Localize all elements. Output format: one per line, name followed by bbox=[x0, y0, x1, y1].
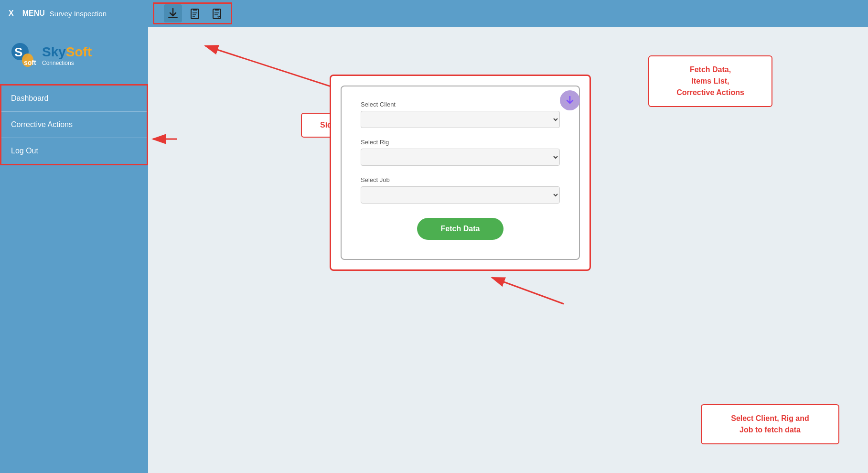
main-area: S soft SkySoft Connections Dashboard Cor… bbox=[0, 27, 868, 473]
logo-skysoft: SkySoft bbox=[42, 44, 92, 60]
select-client-label: Select Client bbox=[361, 101, 560, 108]
select-job-group: Select Job bbox=[361, 176, 560, 204]
navbar: X MENU Survey Inspection bbox=[0, 0, 868, 27]
select-client-group: Select Client bbox=[361, 101, 560, 128]
logo-area: S soft SkySoft Connections bbox=[0, 36, 148, 79]
form-inner: Select Client Select Rig Select Job bbox=[341, 86, 580, 260]
svg-line-17 bbox=[492, 278, 564, 304]
fetch-data-callout: Fetch Data, Items List, Corrective Actio… bbox=[648, 55, 772, 107]
sidebar-menu: Dashboard Corrective Actions Log Out bbox=[0, 84, 148, 165]
svg-text:soft: soft bbox=[24, 59, 36, 66]
sidebar-item-logout[interactable]: Log Out bbox=[1, 138, 147, 164]
logo-connections: Connections bbox=[42, 60, 92, 66]
select-client-callout: Select Client, Rig and Job to fetch data bbox=[701, 404, 839, 444]
fetch-data-button[interactable]: Fetch Data bbox=[417, 218, 504, 240]
fetch-btn-wrap: Fetch Data bbox=[361, 218, 560, 240]
survey-inspection-label: Survey Inspection bbox=[50, 10, 107, 18]
form-panel: Select Client Select Rig Select Job bbox=[330, 75, 591, 271]
menu-label: MENU bbox=[22, 9, 45, 18]
svg-text:S: S bbox=[14, 45, 22, 59]
skysoft-logo: S soft bbox=[10, 41, 38, 70]
items-list-toolbar-button[interactable] bbox=[186, 4, 204, 22]
sidebar: S soft SkySoft Connections Dashboard Cor… bbox=[0, 27, 148, 473]
sidebar-item-dashboard[interactable]: Dashboard bbox=[1, 86, 147, 112]
select-client-callout-text: Select Client, Rig and Job to fetch data bbox=[731, 414, 809, 434]
select-rig-dropdown[interactable] bbox=[361, 149, 560, 166]
toolbar-icons bbox=[153, 2, 232, 24]
fetch-data-toolbar-button[interactable] bbox=[164, 4, 182, 22]
navbar-left: X MENU Survey Inspection bbox=[0, 0, 148, 27]
download-purple-button[interactable] bbox=[560, 90, 580, 110]
select-rig-label: Select Rig bbox=[361, 139, 560, 146]
svg-rect-0 bbox=[168, 17, 178, 18]
sidebar-item-corrective-actions[interactable]: Corrective Actions bbox=[1, 112, 147, 138]
logo-text: SkySoft Connections bbox=[42, 44, 92, 66]
select-client-dropdown[interactable] bbox=[361, 111, 560, 128]
select-job-dropdown[interactable] bbox=[361, 186, 560, 204]
select-job-label: Select Job bbox=[361, 176, 560, 183]
corrective-actions-toolbar-button[interactable] bbox=[208, 4, 226, 22]
close-menu-button[interactable]: X bbox=[5, 7, 18, 20]
select-rig-group: Select Rig bbox=[361, 139, 560, 166]
fetch-data-callout-text: Fetch Data, Items List, Corrective Actio… bbox=[676, 65, 744, 97]
content-area: Fetch Data, Items List, Corrective Actio… bbox=[148, 27, 868, 473]
